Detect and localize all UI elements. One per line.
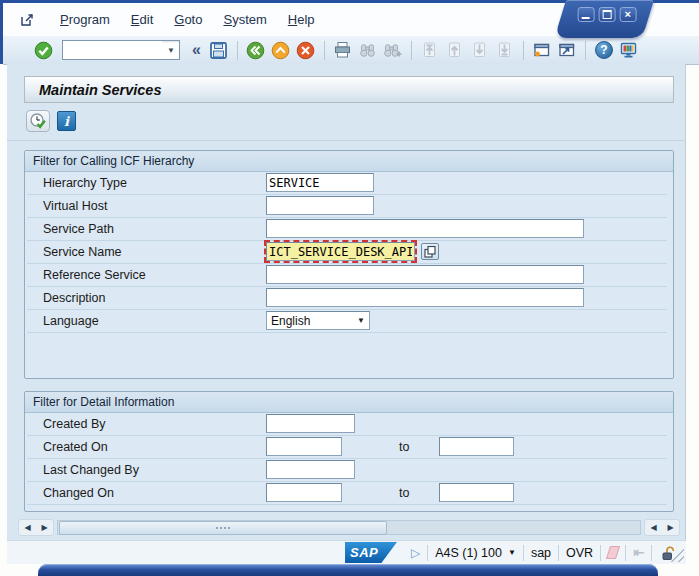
description-label: Description	[43, 291, 106, 305]
command-dropdown-icon[interactable]: ▼	[167, 46, 179, 55]
menu-exit-icon[interactable]	[19, 12, 35, 28]
scroll-right-button[interactable]: ▶	[36, 520, 53, 535]
new-session-button[interactable]	[532, 40, 552, 60]
reference-service-field[interactable]	[266, 265, 584, 284]
screen-area: Maintain Services i Filter for Calling I…	[7, 64, 686, 564]
virtual-host-field[interactable]	[266, 196, 374, 215]
service-path-field[interactable]	[266, 219, 584, 238]
check-circle-icon	[34, 41, 53, 60]
filter-detail-group-title: Filter for Detail Information	[25, 392, 673, 413]
menu-program[interactable]: Program	[60, 12, 110, 27]
scroll-left-button[interactable]: ◀	[645, 520, 662, 535]
previous-page-button[interactable]	[445, 40, 465, 60]
exit-button[interactable]	[271, 40, 291, 60]
floppy-icon	[209, 41, 228, 60]
enter-button[interactable]	[33, 40, 53, 60]
system-session-info[interactable]: A4S (1) 100	[435, 546, 502, 560]
menu-edit[interactable]: Edit	[131, 12, 153, 27]
menu-help[interactable]: Help	[288, 12, 315, 27]
created-on-to-label: to	[399, 440, 409, 454]
screen-title-bar: Maintain Services	[24, 76, 674, 103]
background-window-top	[38, 564, 658, 576]
created-on-row: Created On to	[27, 436, 667, 459]
toolbar-separator	[585, 41, 586, 60]
changed-on-row: Changed On to	[27, 482, 667, 505]
minimize-button[interactable]	[577, 7, 594, 22]
changed-on-to-label: to	[399, 486, 409, 500]
last-changed-by-field[interactable]	[266, 460, 355, 479]
service-name-field[interactable]	[266, 242, 415, 261]
cancel-button[interactable]	[296, 40, 316, 60]
menu-goto[interactable]: Goto	[174, 12, 202, 27]
status-separator	[558, 545, 559, 561]
changed-on-label: Changed On	[43, 486, 114, 500]
status-separator	[651, 545, 652, 561]
first-page-button[interactable]	[420, 40, 440, 60]
hierarchy-type-field[interactable]	[266, 173, 374, 192]
status-bar: SAP ▷ A4S (1) 100 ▼ sap OVR ⇤	[7, 540, 686, 564]
last-page-button[interactable]	[495, 40, 515, 60]
clock-check-icon	[28, 112, 48, 131]
command-field[interactable]: ▼	[62, 40, 180, 60]
toolbar-divider	[7, 140, 686, 141]
filter-detail-groupbox: Filter for Detail Information Created By…	[24, 391, 674, 512]
last-changed-by-row: Last Changed By	[27, 459, 667, 482]
help-icon: ?	[595, 41, 613, 59]
maximize-icon	[602, 10, 611, 19]
command-input[interactable]	[63, 41, 162, 59]
scroll-right-button[interactable]: ▶	[662, 520, 679, 535]
filter-icf-group-title: Filter for Calling ICF Hierarchy	[25, 151, 673, 172]
toolbar-separator	[523, 41, 524, 60]
scrollbar-thumb[interactable]	[59, 521, 387, 535]
reference-service-label: Reference Service	[43, 268, 146, 282]
copy-icon	[423, 245, 437, 259]
created-by-label: Created By	[43, 417, 106, 431]
scrollbar-track[interactable]	[57, 520, 641, 535]
toolbar-separator	[411, 41, 412, 60]
close-button[interactable]: ×	[619, 7, 636, 22]
service-name-label: Service Name	[43, 245, 122, 259]
created-on-to-field[interactable]	[439, 437, 514, 456]
up-icon	[271, 41, 290, 60]
created-by-row: Created By	[27, 413, 667, 436]
printer-icon	[333, 41, 352, 60]
back-button[interactable]	[246, 40, 266, 60]
next-page-button[interactable]	[470, 40, 490, 60]
maximize-button[interactable]	[598, 7, 615, 22]
customize-layout-button[interactable]	[619, 40, 639, 60]
info-button[interactable]: i	[57, 111, 76, 131]
collapse-command-icon[interactable]: «	[189, 41, 204, 59]
created-by-field[interactable]	[266, 414, 355, 433]
first-page-icon	[420, 41, 439, 60]
find-next-button[interactable]	[383, 40, 403, 60]
print-button[interactable]	[333, 40, 353, 60]
menu-system[interactable]: System	[223, 12, 266, 27]
next-page-icon	[470, 41, 489, 60]
info-icon: i	[64, 114, 69, 129]
changed-on-to-field[interactable]	[439, 483, 514, 502]
toolbar-separator	[324, 41, 325, 60]
horizontal-scrollbar[interactable]: ◀ ▶ ◀ ▶	[18, 519, 680, 536]
scrollbar-grip-icon	[215, 526, 231, 531]
insert-mode-indicator[interactable]: OVR	[566, 546, 593, 560]
language-label: Language	[43, 314, 99, 328]
cancel-x-icon	[296, 41, 315, 60]
last-page-icon	[495, 41, 514, 60]
application-toolbar: i	[26, 110, 76, 132]
help-button[interactable]: ?	[594, 40, 614, 60]
description-field[interactable]	[266, 288, 584, 307]
execute-button[interactable]	[26, 110, 50, 132]
status-expand-icon[interactable]: ▷	[411, 546, 420, 560]
language-dropdown[interactable]: English ▼	[266, 311, 370, 330]
create-shortcut-button[interactable]	[557, 40, 577, 60]
changed-on-field[interactable]	[266, 483, 342, 502]
save-button[interactable]	[209, 40, 229, 60]
scroll-left-button[interactable]: ◀	[19, 520, 36, 535]
possible-entries-button[interactable]	[421, 243, 439, 260]
system-dropdown-icon[interactable]: ▼	[508, 548, 516, 557]
language-selected-value: English	[267, 314, 310, 328]
filter-icf-groupbox: Filter for Calling ICF Hierarchy Hierarc…	[24, 150, 674, 379]
status-separator	[600, 545, 601, 561]
find-button[interactable]	[358, 40, 378, 60]
created-on-field[interactable]	[266, 437, 342, 456]
